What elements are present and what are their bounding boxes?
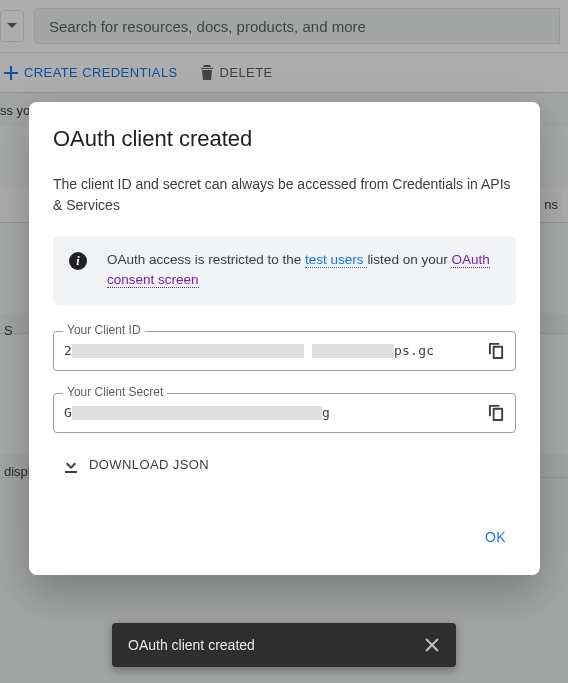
dialog-title: OAuth client created: [53, 126, 516, 152]
toast-snackbar: OAuth client created: [112, 623, 456, 667]
client-secret-field[interactable]: Gg: [53, 393, 516, 433]
toast-message: OAuth client created: [128, 637, 255, 653]
copy-icon: [488, 404, 505, 421]
ok-button[interactable]: OK: [475, 523, 516, 551]
redacted-text: [72, 344, 304, 358]
redacted-text: [312, 344, 394, 358]
info-text: OAuth access is restricted to the: [107, 252, 305, 267]
download-json-label: DOWNLOAD JSON: [89, 457, 209, 472]
oauth-created-dialog: OAuth client created The client ID and s…: [29, 102, 540, 575]
client-secret-value: Gg: [64, 405, 477, 421]
copy-client-secret-button[interactable]: [485, 402, 507, 424]
redacted-text: [72, 406, 322, 420]
test-users-link[interactable]: test users: [305, 252, 367, 268]
dialog-lead: The client ID and secret can always be a…: [53, 174, 516, 216]
download-json-button[interactable]: DOWNLOAD JSON: [63, 457, 516, 473]
client-id-field[interactable]: 2 ps.gc: [53, 331, 516, 371]
info-text: listed on your: [367, 252, 451, 267]
toast-close-button[interactable]: [424, 637, 440, 653]
copy-icon: [488, 342, 505, 359]
client-id-label: Your Client ID: [63, 323, 145, 337]
client-id-value: 2 ps.gc: [64, 343, 477, 359]
info-icon: i: [69, 252, 87, 270]
close-icon: [424, 637, 440, 653]
info-banner: i OAuth access is restricted to the test…: [53, 236, 516, 305]
client-secret-label: Your Client Secret: [63, 385, 167, 399]
copy-client-id-button[interactable]: [485, 340, 507, 362]
info-message: OAuth access is restricted to the test u…: [107, 250, 500, 291]
download-icon: [63, 457, 79, 473]
